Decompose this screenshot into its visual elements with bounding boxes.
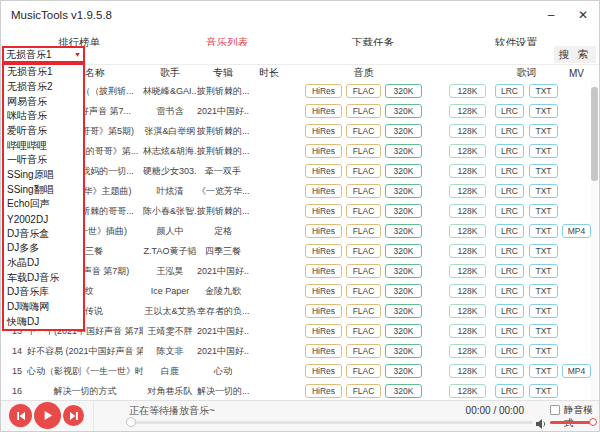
flac-button[interactable]: FLAC [346,244,381,258]
search-input[interactable] [91,46,551,63]
txt-button[interactable]: TXT [529,84,558,98]
320k-button[interactable]: 320K [385,204,422,218]
txt-button[interactable]: TXT [529,244,558,258]
txt-button[interactable]: TXT [529,104,558,118]
txt-button[interactable]: TXT [529,364,558,378]
source-select[interactable]: 无损音乐1 ▼ [2,46,85,63]
lrc-button[interactable]: LRC [495,144,524,158]
flac-button[interactable]: FLAC [346,344,381,358]
128k-button[interactable]: 128K [449,284,486,298]
320k-button[interactable]: 320K [385,284,422,298]
128k-button[interactable]: 128K [449,324,486,338]
hires-button[interactable]: HiRes [305,204,342,218]
lrc-button[interactable]: LRC [495,264,524,278]
txt-button[interactable]: TXT [529,304,558,318]
source-option[interactable]: 哔哩哔哩 [4,138,83,153]
hires-button[interactable]: HiRes [305,364,342,378]
hires-button[interactable]: HiRes [305,164,342,178]
flac-button[interactable]: FLAC [346,304,381,318]
txt-button[interactable]: TXT [529,384,558,398]
flac-button[interactable]: FLAC [346,124,381,138]
close-button[interactable]: ✕ [573,5,593,25]
128k-button[interactable]: 128K [449,104,486,118]
flac-button[interactable]: FLAC [346,364,381,378]
320k-button[interactable]: 320K [385,344,422,358]
volume-slider[interactable] [550,421,594,424]
source-option[interactable]: DJ音乐库 [4,285,83,300]
hires-button[interactable]: HiRes [305,344,342,358]
txt-button[interactable]: TXT [529,344,558,358]
source-option[interactable]: DJ音乐盒 [4,226,83,241]
128k-button[interactable]: 128K [449,224,486,238]
source-option[interactable]: DJ多多 [4,241,83,256]
txt-button[interactable]: TXT [529,284,558,298]
128k-button[interactable]: 128K [449,204,486,218]
scrollbar-thumb[interactable] [591,87,598,181]
flac-button[interactable]: FLAC [346,284,381,298]
128k-button[interactable]: 128K [449,124,486,138]
mp4-button[interactable]: MP4 [562,364,591,378]
128k-button[interactable]: 128K [449,184,486,198]
volume-icon[interactable] [535,416,547,432]
128k-button[interactable]: 128K [449,264,486,278]
320k-button[interactable]: 320K [385,124,422,138]
progress-thumb[interactable] [126,417,136,427]
txt-button[interactable]: TXT [529,224,558,238]
320k-button[interactable]: 320K [385,324,422,338]
volume-thumb[interactable] [589,418,597,426]
128k-button[interactable]: 128K [449,84,486,98]
play-button[interactable] [34,402,61,429]
lrc-button[interactable]: LRC [495,244,524,258]
hires-button[interactable]: HiRes [305,184,342,198]
lrc-button[interactable]: LRC [495,344,524,358]
320k-button[interactable]: 320K [385,264,422,278]
txt-button[interactable]: TXT [529,264,558,278]
lrc-button[interactable]: LRC [495,284,524,298]
txt-button[interactable]: TXT [529,144,558,158]
source-option[interactable]: DJ嗨嗨网 [4,300,83,315]
source-option[interactable]: Y2002DJ [4,212,83,227]
source-option[interactable]: SSing翻唱 [4,182,83,197]
txt-button[interactable]: TXT [529,324,558,338]
next-button[interactable] [63,405,84,426]
txt-button[interactable]: TXT [529,204,558,218]
320k-button[interactable]: 320K [385,84,422,98]
minimize-button[interactable]: – [541,5,561,25]
flac-button[interactable]: FLAC [346,224,381,238]
320k-button[interactable]: 320K [385,304,422,318]
hires-button[interactable]: HiRes [305,304,342,318]
320k-button[interactable]: 320K [385,224,422,238]
source-option[interactable]: 快嗨DJ [4,314,83,329]
hires-button[interactable]: HiRes [305,84,342,98]
flac-button[interactable]: FLAC [346,84,381,98]
hires-button[interactable]: HiRes [305,124,342,138]
128k-button[interactable]: 128K [449,304,486,318]
flac-button[interactable]: FLAC [346,324,381,338]
source-option[interactable]: 咪咕音乐 [4,109,83,124]
flac-button[interactable]: FLAC [346,264,381,278]
flac-button[interactable]: FLAC [346,164,381,178]
hires-button[interactable]: HiRes [305,104,342,118]
previous-button[interactable] [9,404,32,427]
source-option[interactable]: 水晶DJ [4,256,83,271]
lrc-button[interactable]: LRC [495,204,524,218]
source-option[interactable]: 爱听音乐 [4,124,83,139]
source-option[interactable]: 一听音乐 [4,153,83,168]
source-option[interactable]: 无损音乐2 [4,80,83,95]
320k-button[interactable]: 320K [385,244,422,258]
320k-button[interactable]: 320K [385,104,422,118]
lrc-button[interactable]: LRC [495,384,524,398]
hires-button[interactable]: HiRes [305,264,342,278]
lrc-button[interactable]: LRC [495,324,524,338]
lrc-button[interactable]: LRC [495,304,524,318]
flac-button[interactable]: FLAC [346,184,381,198]
flac-button[interactable]: FLAC [346,204,381,218]
hires-button[interactable]: HiRes [305,324,342,338]
128k-button[interactable]: 128K [449,144,486,158]
128k-button[interactable]: 128K [449,164,486,178]
mute-checkbox[interactable] [550,405,560,415]
hires-button[interactable]: HiRes [305,244,342,258]
320k-button[interactable]: 320K [385,164,422,178]
source-option[interactable]: SSing原唱 [4,168,83,183]
txt-button[interactable]: TXT [529,164,558,178]
